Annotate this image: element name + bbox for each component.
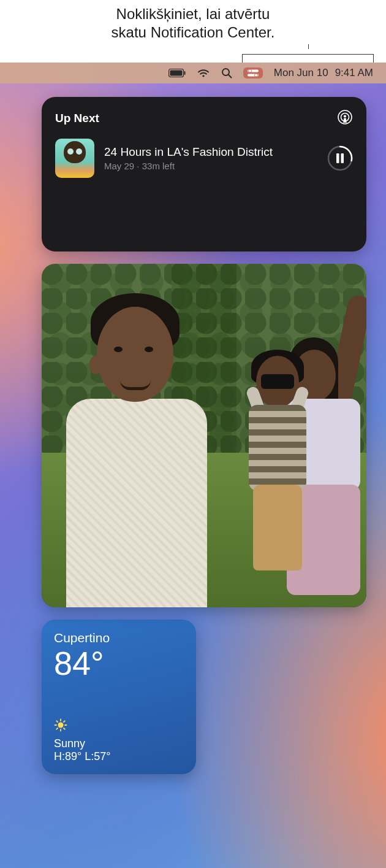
- svg-rect-14: [341, 153, 344, 163]
- weather-temp: 84°: [54, 647, 184, 680]
- svg-line-20: [56, 721, 58, 722]
- weather-city: Cupertino: [54, 631, 184, 645]
- svg-line-4: [229, 75, 232, 78]
- svg-rect-1: [170, 71, 182, 76]
- svg-point-15: [58, 723, 64, 728]
- callout-line1: Noklikšķiniet, lai atvērtu: [0, 5, 386, 23]
- svg-point-8: [254, 74, 257, 77]
- sun-icon: [54, 718, 184, 735]
- menubar-date[interactable]: Mon Jun 10: [268, 63, 334, 83]
- desktop-background: Mon Jun 10 9:41 AM Up Next: [0, 63, 386, 868]
- svg-line-22: [56, 728, 58, 729]
- pause-button[interactable]: [327, 145, 353, 171]
- weather-condition: Sunny: [54, 737, 184, 750]
- weather-widget[interactable]: Cupertino 84°: [42, 620, 196, 774]
- photos-widget[interactable]: [42, 264, 366, 607]
- widgets-column: Up Next 24 Hours in LA's Fashion Distric…: [42, 97, 366, 774]
- svg-point-11: [344, 115, 346, 117]
- wifi-icon[interactable]: [191, 63, 216, 83]
- svg-rect-13: [336, 153, 339, 163]
- podcasts-app-icon: [337, 109, 353, 128]
- podcasts-widget-title: Up Next: [55, 112, 99, 125]
- svg-point-6: [248, 69, 251, 72]
- podcast-artwork: [55, 139, 94, 178]
- control-center-icon[interactable]: [238, 63, 268, 83]
- svg-rect-2: [184, 71, 185, 75]
- menubar-time[interactable]: 9:41 AM: [334, 63, 379, 83]
- spotlight-icon[interactable]: [216, 63, 238, 83]
- svg-line-21: [64, 728, 65, 729]
- photo-content: [42, 264, 366, 607]
- podcast-episode-title: 24 Hours in LA's Fashion District: [104, 145, 317, 159]
- menu-bar: Mon Jun 10 9:41 AM: [0, 63, 386, 83]
- callout-text: Noklikšķiniet, lai atvērtu skatu Notific…: [0, 5, 386, 42]
- battery-icon[interactable]: [163, 63, 191, 83]
- callout-line2: skatu Notification Center.: [0, 23, 386, 42]
- svg-line-23: [64, 721, 65, 722]
- podcasts-widget[interactable]: Up Next 24 Hours in LA's Fashion Distric…: [42, 97, 366, 252]
- callout-bracket: [242, 49, 374, 63]
- weather-hilo: H:89° L:57°: [54, 750, 184, 763]
- podcast-episode-meta: May 29 · 33m left: [104, 161, 317, 171]
